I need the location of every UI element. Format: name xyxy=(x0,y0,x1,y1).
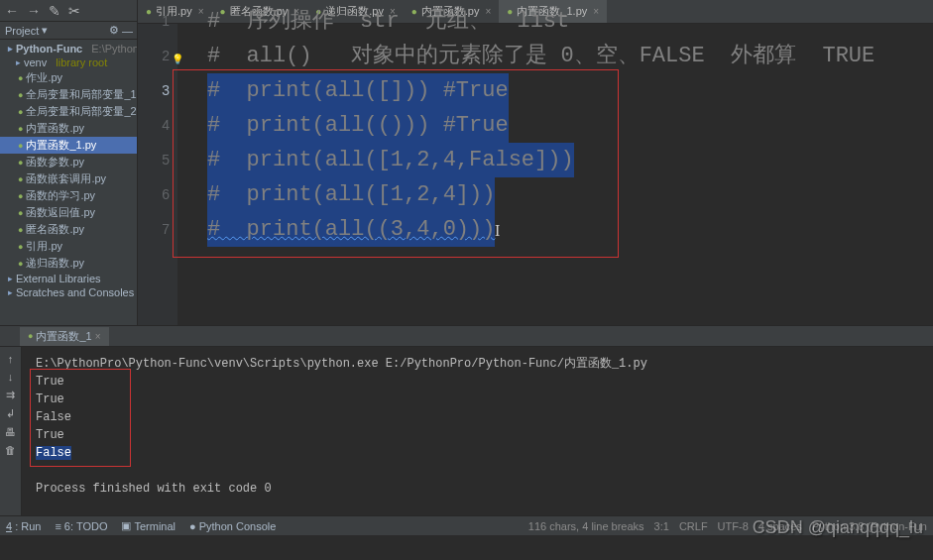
console-output[interactable]: E:\PythonPro\Python-Func\venv\Scripts\py… xyxy=(22,347,933,515)
sb-pyconsole[interactable]: ● Python Console xyxy=(189,519,276,532)
tree-file[interactable]: ●内置函数.py xyxy=(0,120,137,137)
tree-file[interactable]: ●函数返回值.py xyxy=(0,204,137,221)
tree-ext-lib[interactable]: ▸External Libraries xyxy=(0,272,137,285)
run-console: ↑ ↓ ⇉ ↲ 🖶 🗑 E:\PythonPro\Python-Func\ven… xyxy=(0,347,933,515)
python-icon: ● xyxy=(18,191,23,201)
close-icon[interactable]: × xyxy=(95,331,101,342)
sb-interp[interactable]: Python 3.8 (Python-Fun xyxy=(812,520,927,532)
tree-file[interactable]: ●作业.py xyxy=(0,69,137,86)
gear-icon[interactable]: ⚙ xyxy=(109,24,119,37)
sb-run[interactable]: 44: Run: Run xyxy=(6,519,41,532)
library-icon: ▸ xyxy=(8,274,13,283)
python-icon: ● xyxy=(18,73,23,83)
tree-file[interactable]: ●全局变量和局部变量_2.py xyxy=(0,103,137,120)
python-icon: ● xyxy=(18,158,23,168)
code-area[interactable]: # 序列操作 str 元组、 list # all() 对象中的元素除了是 0、… xyxy=(177,0,933,325)
sb-terminal[interactable]: ▣ Terminal xyxy=(121,519,175,532)
python-icon: ● xyxy=(18,107,23,117)
rerun-icon[interactable]: ↑ xyxy=(8,353,14,365)
tree-venv[interactable]: ▸venv library root xyxy=(0,56,137,69)
python-icon: ● xyxy=(18,90,23,100)
console-line: True xyxy=(36,373,919,391)
tree-file[interactable]: ●全局变量和局部变量_1.py xyxy=(0,86,137,103)
status-bar: 44: Run: Run ≡ 6: TODO ▣ Terminal ● Pyth… xyxy=(0,515,933,535)
filter-icon[interactable]: ⇉ xyxy=(6,389,15,401)
tree-file[interactable]: ●函数参数.py xyxy=(0,154,137,170)
sb-todo[interactable]: ≡ 6: TODO xyxy=(55,519,107,532)
console-line: True xyxy=(36,391,919,408)
console-line: False xyxy=(36,444,919,462)
pencil-icon[interactable]: ✎ xyxy=(49,3,60,19)
folder-icon: ▸ xyxy=(16,57,21,67)
python-icon: ● xyxy=(18,174,23,184)
python-icon: ● xyxy=(18,242,23,252)
text-cursor: I xyxy=(495,213,500,248)
code-editor[interactable]: 12💡34567 # 序列操作 str 元组、 list # all() 对象中… xyxy=(138,0,933,325)
collapse-icon[interactable]: — xyxy=(122,25,133,37)
python-icon: ● xyxy=(28,331,33,341)
console-line: True xyxy=(36,426,919,444)
scratch-icon: ▸ xyxy=(8,287,13,297)
sb-indent[interactable]: 4 spaces xyxy=(758,520,802,532)
tree-file[interactable]: ●匿名函数.py xyxy=(0,221,137,238)
wrap-icon[interactable]: ↲ xyxy=(6,407,15,420)
scissors-icon[interactable]: ✂ xyxy=(68,3,80,19)
tree-file[interactable]: ●函数嵌套调用.py xyxy=(0,170,137,187)
console-exit: Process finished with exit code 0 xyxy=(36,480,919,498)
tree-root[interactable]: ▸Python-Func E:\PythonPro\Pyth xyxy=(0,42,137,56)
python-icon: ● xyxy=(18,259,23,269)
print-icon[interactable]: 🖶 xyxy=(5,426,16,438)
python-icon: ● xyxy=(18,225,23,235)
down-icon[interactable]: ↓ xyxy=(8,371,14,383)
run-tab[interactable]: ●内置函数_1× xyxy=(20,327,109,346)
mini-toolbar: ← → ✎ ✂ xyxy=(0,0,137,22)
project-header[interactable]: Project ▾ ⚙ — xyxy=(0,22,137,40)
forward-icon[interactable]: → xyxy=(27,3,41,19)
tree-file-selected[interactable]: ●内置函数_1.py xyxy=(0,137,137,154)
console-toolbar: ↑ ↓ ⇉ ↲ 🖶 🗑 xyxy=(0,347,22,515)
python-icon: ● xyxy=(18,208,23,218)
back-icon[interactable]: ← xyxy=(5,3,19,19)
project-sidebar: ← → ✎ ✂ Project ▾ ⚙ — ▸Python-Func E:\Py… xyxy=(0,0,138,325)
line-gutter: 12💡34567 xyxy=(138,0,177,325)
trash-icon[interactable]: 🗑 xyxy=(5,444,16,456)
sb-enc[interactable]: UTF-8 xyxy=(718,520,749,532)
sb-chars: 116 chars, 4 line breaks xyxy=(528,520,644,532)
tree-scratches[interactable]: ▸Scratches and Consoles xyxy=(0,285,137,299)
run-tabs: ●内置函数_1× xyxy=(0,325,933,347)
tree-file[interactable]: ●函数的学习.py xyxy=(0,187,137,204)
tree-file[interactable]: ●引用.py xyxy=(0,238,137,255)
folder-icon: ▸ xyxy=(8,44,13,54)
console-line: False xyxy=(36,408,919,426)
console-cmd: E:\PythonPro\Python-Func\venv\Scripts\py… xyxy=(36,355,919,373)
python-icon: ● xyxy=(18,141,23,151)
python-icon: ● xyxy=(18,124,23,134)
tree-file[interactable]: ●递归函数.py xyxy=(0,255,137,272)
project-tree: ▸Python-Func E:\PythonPro\Pyth ▸venv lib… xyxy=(0,40,137,299)
sb-crlf[interactable]: CRLF xyxy=(679,520,708,532)
sb-pos[interactable]: 3:1 xyxy=(654,520,669,532)
